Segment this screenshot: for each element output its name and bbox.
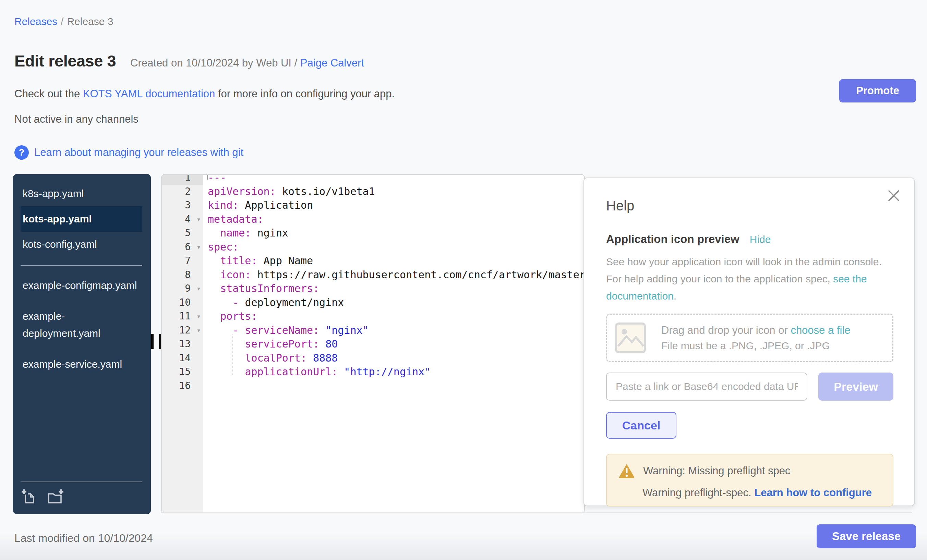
- line-number: 4▾: [162, 212, 203, 226]
- line-number: 1: [162, 174, 203, 185]
- line-number: 10: [162, 296, 203, 310]
- fold-toggle-icon[interactable]: ▾: [196, 212, 201, 226]
- created-prefix: Created on 10/10/2024 by Web UI /: [130, 57, 297, 69]
- warning-triangle-icon: [619, 463, 635, 478]
- promote-button[interactable]: Promote: [839, 79, 916, 102]
- dropzone-prefix: Drag and drop your icon or: [661, 324, 790, 336]
- channel-status: Not active in any channels: [14, 113, 138, 126]
- new-file-button[interactable]: [21, 488, 37, 505]
- line-number: 12▾: [162, 323, 203, 338]
- fold-toggle-icon[interactable]: ▾: [196, 323, 201, 338]
- code-line[interactable]: applicationUrl: "http://nginx": [208, 365, 584, 379]
- line-number: 7: [162, 254, 203, 268]
- fold-toggle-icon[interactable]: ▾: [196, 282, 201, 296]
- preflight-warning: Warning: Missing preflight spec Warning …: [606, 454, 894, 507]
- file-tree-divider: [21, 265, 142, 266]
- code-line[interactable]: kind: Application: [208, 199, 584, 212]
- folder-plus-icon: [47, 488, 64, 504]
- code-line[interactable]: ports:: [208, 310, 584, 323]
- desc-suffix: .: [674, 290, 676, 302]
- line-number: 16: [162, 379, 203, 393]
- line-number: 6▾: [162, 240, 203, 254]
- breadcrumb-separator: /: [61, 16, 64, 27]
- author-link[interactable]: Paige Calvert: [300, 57, 364, 69]
- docs-text: Check out the KOTS YAML documentation fo…: [14, 88, 395, 100]
- warning-body-prefix: Warning preflight-spec.: [643, 487, 754, 499]
- image-placeholder-icon: [615, 322, 646, 354]
- line-number: 14: [162, 351, 203, 365]
- icon-preview-title: Application icon preview: [606, 233, 740, 246]
- file-item-example-deployment-yaml[interactable]: example-deployment.yaml: [21, 301, 142, 349]
- choose-file-link[interactable]: choose a file: [790, 324, 850, 336]
- editor-code-area[interactable]: ---apiVersion: kots.io/v1beta1kind: Appl…: [203, 175, 584, 513]
- code-line[interactable]: title: App Name: [208, 254, 584, 268]
- last-modified-text: Last modified on 10/10/2024: [14, 532, 153, 545]
- close-button[interactable]: [886, 188, 901, 204]
- line-number: 15: [162, 365, 203, 379]
- code-line[interactable]: - deployment/nginx: [208, 296, 584, 310]
- file-item-example-configmap-yaml[interactable]: example-configmap.yaml: [21, 270, 142, 301]
- warning-configure-link[interactable]: Learn how to configure: [754, 487, 872, 499]
- file-item-kots-app-yaml[interactable]: kots-app.yaml: [21, 206, 142, 232]
- file-tree-actions: [21, 481, 142, 505]
- fold-toggle-icon[interactable]: ▾: [196, 310, 201, 323]
- hide-link[interactable]: Hide: [750, 234, 771, 245]
- warning-title: Warning: Missing preflight spec: [643, 465, 790, 477]
- code-line[interactable]: statusInformers:: [208, 282, 584, 296]
- code-line[interactable]: name: nginx: [208, 226, 584, 240]
- file-tree-sidebar: k8s-app.yamlkots-app.yamlkots-config.yam…: [13, 174, 151, 514]
- line-number: 3: [162, 199, 203, 212]
- file-item-k8s-app-yaml[interactable]: k8s-app.yaml: [21, 181, 142, 206]
- code-line[interactable]: [208, 379, 584, 393]
- code-line[interactable]: metadata:: [208, 212, 584, 226]
- breadcrumb: Releases/Release 3: [14, 16, 114, 27]
- line-number: 9▾: [162, 282, 203, 296]
- docs-suffix: for more info on configuring your app.: [215, 88, 395, 100]
- cancel-button[interactable]: Cancel: [606, 412, 676, 439]
- close-icon: [886, 188, 901, 203]
- footer-divider: [161, 512, 912, 513]
- kots-yaml-docs-link[interactable]: KOTS YAML documentation: [83, 88, 215, 100]
- question-circle-icon: ?: [14, 145, 29, 160]
- pane-resize-handle-left[interactable]: [151, 334, 161, 349]
- code-line[interactable]: apiVersion: kots.io/v1beta1: [208, 185, 584, 199]
- git-releases-link[interactable]: Learn about managing your releases with …: [34, 146, 243, 159]
- dropzone-hint: File must be a .PNG, .JPEG, or .JPG: [661, 340, 850, 352]
- help-title: Help: [606, 198, 894, 214]
- code-line[interactable]: localPort: 8888: [208, 351, 584, 365]
- yaml-editor[interactable]: 1234▾56▾789▾1011▾12▾13141516 ---apiVersi…: [161, 174, 585, 513]
- line-number: 5: [162, 226, 203, 240]
- file-plus-icon: [21, 488, 37, 504]
- icon-url-input[interactable]: [606, 373, 807, 401]
- save-release-button[interactable]: Save release: [817, 524, 916, 548]
- line-number: 8: [162, 268, 203, 282]
- icon-dropzone[interactable]: Drag and drop your icon or choose a file…: [606, 314, 894, 362]
- breadcrumb-releases-link[interactable]: Releases: [14, 16, 57, 27]
- file-item-example-service-yaml[interactable]: example-service.yaml: [21, 349, 142, 380]
- line-number: 2: [162, 185, 203, 199]
- help-panel: Help Application icon preview Hide See h…: [584, 178, 915, 506]
- file-item-kots-config-yaml[interactable]: kots-config.yaml: [21, 232, 142, 257]
- warning-body: Warning preflight-spec. Learn how to con…: [643, 487, 883, 499]
- icon-preview-description: See how your application icon will look …: [606, 253, 894, 305]
- indent-guide: [233, 334, 233, 375]
- line-number: 11▾: [162, 310, 203, 323]
- text-cursor: [207, 175, 208, 180]
- dropzone-text: Drag and drop your icon or choose a file: [661, 324, 850, 337]
- code-line[interactable]: icon: https://raw.githubusercontent.com/…: [208, 268, 584, 282]
- code-line[interactable]: servicePort: 80: [208, 337, 584, 351]
- code-line[interactable]: spec:: [208, 240, 584, 254]
- breadcrumb-current: Release 3: [67, 16, 113, 27]
- line-number: 13: [162, 337, 203, 351]
- editor-gutter: 1234▾56▾789▾1011▾12▾13141516: [162, 175, 203, 513]
- page-title: Edit release 3: [14, 52, 116, 70]
- code-line[interactable]: - serviceName: "nginx": [208, 323, 584, 338]
- created-text: Created on 10/10/2024 by Web UI / Paige …: [130, 57, 364, 69]
- new-folder-button[interactable]: [47, 488, 64, 505]
- code-line[interactable]: ---: [208, 175, 584, 185]
- docs-prefix: Check out the: [14, 88, 83, 100]
- fold-toggle-icon[interactable]: ▾: [196, 240, 201, 254]
- preview-button[interactable]: Preview: [818, 373, 894, 401]
